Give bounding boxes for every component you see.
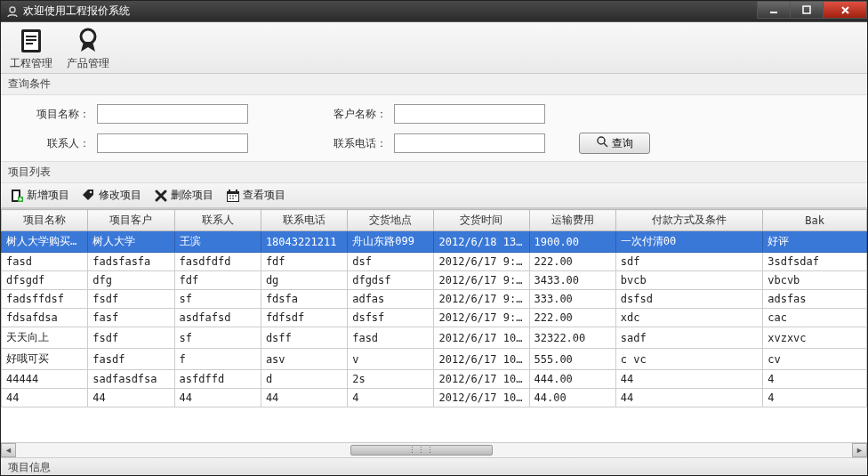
table-cell[interactable]: 2012/6/17 9:... — [434, 271, 529, 290]
table-cell[interactable]: xvzxvc — [763, 327, 867, 349]
horizontal-scrollbar[interactable]: ◄ ⋮⋮⋮ ► — [1, 442, 867, 457]
table-cell[interactable]: c vc — [615, 349, 762, 370]
minimize-button[interactable] — [757, 1, 791, 19]
edit-project-button[interactable]: 修改项目 — [78, 186, 145, 205]
table-cell[interactable]: 44 — [615, 370, 762, 389]
customer-name-input[interactable] — [394, 104, 545, 124]
table-row[interactable]: 好哦可买fasdffasvv2012/6/17 10...555.00c vcc… — [2, 349, 867, 370]
table-cell[interactable]: fasd — [2, 253, 88, 271]
table-cell[interactable]: 2012/6/17 10... — [434, 370, 529, 389]
table-cell[interactable]: 2012/6/17 9:... — [434, 290, 529, 309]
table-cell[interactable]: sf — [174, 327, 261, 349]
close-button[interactable] — [823, 1, 867, 19]
column-header[interactable]: 运输费用 — [529, 210, 615, 231]
table-cell[interactable]: fasf — [88, 309, 174, 327]
table-cell[interactable]: vbcvb — [763, 271, 867, 290]
phone-input[interactable] — [394, 133, 545, 153]
table-cell[interactable]: 2s — [348, 370, 434, 389]
table-cell[interactable]: 树人大学 — [88, 231, 174, 253]
ribbon-project-manage[interactable]: 工程管理 — [8, 26, 54, 71]
column-header[interactable]: 交货时间 — [434, 210, 529, 231]
table-row[interactable]: fdsafdsafasfasdfafsdfdfsdfdsfsf2012/6/17… — [2, 309, 867, 327]
table-cell[interactable]: cv — [763, 349, 867, 370]
table-cell[interactable]: 2012/6/17 9:... — [434, 309, 529, 327]
table-cell[interactable]: 555.00 — [529, 349, 615, 370]
add-project-button[interactable]: 新增项目 — [6, 186, 73, 205]
table-cell[interactable]: v — [348, 349, 434, 370]
table-cell[interactable]: 4 — [763, 389, 867, 407]
table-cell[interactable]: 44444 — [2, 370, 88, 389]
view-project-button[interactable]: 查看项目 — [222, 186, 289, 205]
table-cell[interactable]: 一次付清00 — [615, 231, 762, 253]
table-cell[interactable]: sdf — [615, 253, 762, 271]
table-cell[interactable]: 44 — [261, 389, 347, 407]
ribbon-product-manage[interactable]: 产品管理 — [65, 26, 111, 71]
table-cell[interactable]: 44 — [2, 389, 88, 407]
table-cell[interactable]: 1900.00 — [529, 231, 615, 253]
table-cell[interactable]: dfsgdf — [2, 271, 88, 290]
table-cell[interactable]: fdf — [261, 253, 347, 271]
table-cell[interactable]: 44 — [174, 389, 261, 407]
table-cell[interactable]: 2012/6/17 10... — [434, 349, 529, 370]
table-cell[interactable]: fdf — [174, 271, 261, 290]
table-cell[interactable]: f — [174, 349, 261, 370]
project-name-input[interactable] — [97, 104, 248, 124]
table-cell[interactable]: 222.00 — [529, 309, 615, 327]
table-row[interactable]: 44444sadfasdfsaasfdffdd2s2012/6/17 10...… — [2, 370, 867, 389]
column-header[interactable]: 交货地点 — [348, 210, 434, 231]
table-cell[interactable]: dfgdsf — [348, 271, 434, 290]
column-header[interactable]: 付款方式及条件 — [615, 210, 762, 231]
table-cell[interactable]: 2012/6/17 10... — [434, 389, 529, 407]
table-cell[interactable]: sf — [174, 290, 261, 309]
table-row[interactable]: 天天向上fsdfsfdsfffasd2012/6/17 10...32322.0… — [2, 327, 867, 349]
table-cell[interactable]: fasd — [348, 327, 434, 349]
table-cell[interactable]: cac — [763, 309, 867, 327]
table-cell[interactable]: asv — [261, 349, 347, 370]
scroll-left-arrow[interactable]: ◄ — [1, 443, 16, 457]
table-cell[interactable]: dsff — [261, 327, 347, 349]
table-cell[interactable]: 44.00 — [529, 389, 615, 407]
table-cell[interactable]: fdfsdf — [261, 309, 347, 327]
scroll-thumb[interactable]: ⋮⋮⋮ — [350, 445, 493, 456]
table-cell[interactable]: 18043221211 — [261, 231, 347, 253]
table-cell[interactable]: 444.00 — [529, 370, 615, 389]
table-cell[interactable]: 4 — [348, 389, 434, 407]
table-cell[interactable]: 44 — [88, 389, 174, 407]
maximize-button[interactable] — [790, 1, 824, 19]
column-header[interactable]: 项目客户 — [88, 210, 174, 231]
scroll-right-arrow[interactable]: ► — [852, 443, 867, 457]
table-cell[interactable]: fadsffdsf — [2, 290, 88, 309]
table-cell[interactable]: adsfas — [763, 290, 867, 309]
table-cell[interactable]: fasdf — [88, 349, 174, 370]
table-cell[interactable]: fsdf — [88, 290, 174, 309]
table-cell[interactable]: dsf — [348, 253, 434, 271]
table-row[interactable]: 树人大学购买...树人大学王滨18043221211舟山东路0992012/6/… — [2, 231, 867, 253]
table-cell[interactable]: 2012/6/18 13... — [434, 231, 529, 253]
table-cell[interactable]: fdsafdsa — [2, 309, 88, 327]
table-cell[interactable]: 天天向上 — [2, 327, 88, 349]
table-cell[interactable]: dsfsd — [615, 290, 762, 309]
table-cell[interactable]: 32322.00 — [529, 327, 615, 349]
table-cell[interactable]: asdfafsd — [174, 309, 261, 327]
column-header[interactable]: 联系人 — [174, 210, 261, 231]
table-row[interactable]: fadsffdsffsdfsffdsfaadfas2012/6/17 9:...… — [2, 290, 867, 309]
table-cell[interactable]: 好哦可买 — [2, 349, 88, 370]
table-cell[interactable]: adfas — [348, 290, 434, 309]
delete-project-button[interactable]: 删除项目 — [150, 186, 217, 205]
table-cell[interactable]: 好评 — [763, 231, 867, 253]
table-cell[interactable]: 王滨 — [174, 231, 261, 253]
table-cell[interactable]: xdc — [615, 309, 762, 327]
table-row[interactable]: dfsgdfdfgfdfdgdfgdsf2012/6/17 9:...3433.… — [2, 271, 867, 290]
table-cell[interactable]: bvcb — [615, 271, 762, 290]
table-cell[interactable]: 4 — [763, 370, 867, 389]
table-cell[interactable]: 3sdfsdaf — [763, 253, 867, 271]
table-cell[interactable]: sadfasdfsa — [88, 370, 174, 389]
table-cell[interactable]: 222.00 — [529, 253, 615, 271]
table-cell[interactable]: 舟山东路099 — [348, 231, 434, 253]
table-cell[interactable]: fsdf — [88, 327, 174, 349]
table-cell[interactable]: dsfsf — [348, 309, 434, 327]
table-cell[interactable]: 333.00 — [529, 290, 615, 309]
table-cell[interactable]: 3433.00 — [529, 271, 615, 290]
table-row[interactable]: fasdfadsfasfafasdfdfdfdfdsf2012/6/17 9:.… — [2, 253, 867, 271]
data-grid[interactable]: 项目名称项目客户联系人联系电话交货地点交货时间运输费用付款方式及条件Bak 树人… — [1, 209, 867, 407]
